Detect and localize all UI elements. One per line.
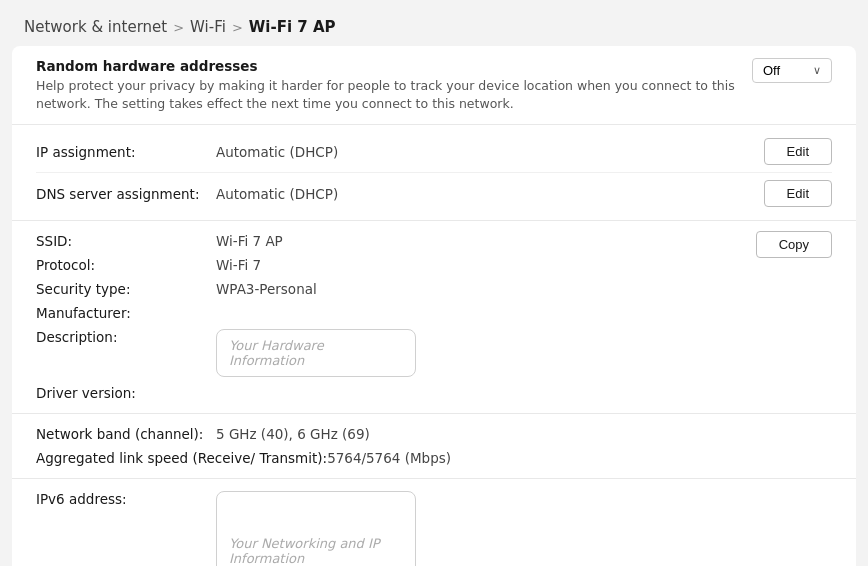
breadcrumb: Network & internet > Wi-Fi > Wi-Fi 7 AP — [0, 0, 868, 46]
driver-version-label: Driver version: — [36, 385, 216, 401]
network-info-section: Network band (channel): 5 GHz (40), 6 GH… — [12, 414, 856, 479]
ssid-top: SSID: Wi-Fi 7 AP Protocol: Wi-Fi 7 Secur… — [36, 229, 832, 405]
ssid-left: SSID: Wi-Fi 7 AP Protocol: Wi-Fi 7 Secur… — [36, 229, 756, 405]
security-type-value: WPA3-Personal — [216, 281, 317, 297]
manufacturer-row: Manufacturer: — [36, 301, 756, 325]
ssid-section: SSID: Wi-Fi 7 AP Protocol: Wi-Fi 7 Secur… — [12, 221, 856, 414]
aggregated-link-row: Aggregated link speed (Receive/ Transmit… — [36, 446, 832, 470]
ssid-label: SSID: — [36, 233, 216, 249]
breadcrumb-sep2: > — [232, 20, 243, 35]
random-hw-text: Random hardware addresses Help protect y… — [36, 58, 736, 112]
random-hw-dropdown[interactable]: Off ∨ — [752, 58, 832, 83]
breadcrumb-sep1: > — [173, 20, 184, 35]
driver-version-row: Driver version: — [36, 381, 756, 405]
security-type-label: Security type: — [36, 281, 216, 297]
ipv6-placeholder: Your Networking and IP Information — [229, 536, 403, 566]
ip-assignment-label: IP assignment: — [36, 144, 216, 160]
ipv6-address-label: IPv6 address: — [36, 491, 216, 507]
dns-assignment-value: Automatic (DHCP) — [216, 186, 338, 202]
settings-page: Network & internet > Wi-Fi > Wi-Fi 7 AP … — [0, 0, 868, 566]
protocol-label: Protocol: — [36, 257, 216, 273]
random-hw-dropdown-value: Off — [763, 63, 780, 78]
copy-button[interactable]: Copy — [756, 231, 832, 258]
ssid-row: SSID: Wi-Fi 7 AP — [36, 229, 756, 253]
random-hw-title: Random hardware addresses — [36, 58, 736, 74]
breadcrumb-current: Wi-Fi 7 AP — [249, 18, 336, 36]
settings-content: Random hardware addresses Help protect y… — [12, 46, 856, 566]
ip-assignment-edit-button[interactable]: Edit — [764, 138, 832, 165]
dns-assignment-edit-button[interactable]: Edit — [764, 180, 832, 207]
protocol-value: Wi-Fi 7 — [216, 257, 261, 273]
random-hw-desc: Help protect your privacy by making it h… — [36, 77, 736, 112]
ipv6-address-row: IPv6 address: Your Networking and IP Inf… — [36, 487, 832, 566]
ip-assignment-row: IP assignment: Automatic (DHCP) Edit — [36, 131, 832, 173]
chevron-down-icon: ∨ — [813, 64, 821, 77]
breadcrumb-network[interactable]: Network & internet — [24, 18, 167, 36]
description-label: Description: — [36, 329, 216, 345]
network-band-value: 5 GHz (40), 6 GHz (69) — [216, 426, 370, 442]
network-band-label: Network band (channel): — [36, 426, 216, 442]
ip-info-section: IPv6 address: Your Networking and IP Inf… — [12, 479, 856, 566]
dns-assignment-label: DNS server assignment: — [36, 186, 216, 202]
dns-assignment-row: DNS server assignment: Automatic (DHCP) … — [36, 173, 832, 214]
aggregated-link-value: 5764/5764 (Mbps) — [327, 450, 451, 466]
random-hw-section: Random hardware addresses Help protect y… — [12, 46, 856, 125]
manufacturer-label: Manufacturer: — [36, 305, 216, 321]
breadcrumb-wifi[interactable]: Wi-Fi — [190, 18, 226, 36]
ipv6-info-box: Your Networking and IP Information — [216, 491, 416, 566]
ip-assignment-left: IP assignment: Automatic (DHCP) — [36, 144, 338, 160]
protocol-row: Protocol: Wi-Fi 7 — [36, 253, 756, 277]
network-band-row: Network band (channel): 5 GHz (40), 6 GH… — [36, 422, 832, 446]
dns-assignment-left: DNS server assignment: Automatic (DHCP) — [36, 186, 338, 202]
aggregated-link-label: Aggregated link speed (Receive/ Transmit… — [36, 450, 327, 466]
ssid-value: Wi-Fi 7 AP — [216, 233, 283, 249]
description-placeholder: Your Hardware Information — [229, 338, 403, 368]
security-type-row: Security type: WPA3-Personal — [36, 277, 756, 301]
ip-assignment-value: Automatic (DHCP) — [216, 144, 338, 160]
description-info-box: Your Hardware Information — [216, 329, 416, 377]
description-row: Description: Your Hardware Information — [36, 325, 756, 381]
ip-assignment-section: IP assignment: Automatic (DHCP) Edit DNS… — [12, 125, 856, 221]
